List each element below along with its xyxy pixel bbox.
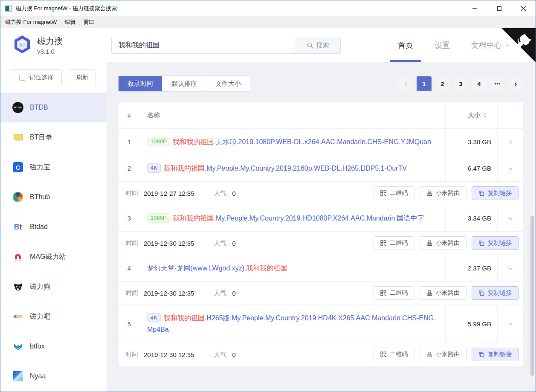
result-detail-row: 时间2019-12-27 12:35人气0二维码小米路由复制链接 [119,181,523,205]
scrollbar-thumb[interactable] [530,216,534,376]
result-title-link[interactable]: 1080P我和我的祖国.My.People.My.Country.2019.HD… [140,205,445,231]
header: 磁力搜 v3.1.0 搜索 首页 设置 文档中心 [0,28,536,62]
column-size[interactable]: 大小 [445,102,497,128]
expand-toggle[interactable] [497,205,523,231]
sidebar-source-bthub[interactable]: BThub [0,182,107,212]
expand-toggle[interactable] [497,155,523,181]
sidebar-source-ciliba[interactable]: 磁力吧磁力吧 [0,302,107,331]
brand: 磁力搜 v3.1.0 [37,35,63,55]
search-button[interactable]: 搜索 [295,37,341,54]
page-more-button[interactable]: ••• [490,76,505,91]
menubar: 磁力搜 For magnetW 编辑 窗口 [0,16,536,28]
column-size-label: 大小 [468,111,481,119]
qrcode-button[interactable]: 二维码 [374,186,414,200]
remember-label: 记住选择 [29,74,53,81]
result-size: 5.99 GB [445,305,497,343]
expand-toggle[interactable] [497,255,523,281]
xiaomi-router-button-label: 小米路由 [436,239,460,247]
result-title-link[interactable]: 4K我和我的祖国.My.People.My.Country.2019.2160p… [140,155,445,181]
row-index: 1 [119,129,140,155]
page-2-button[interactable]: 2 [435,76,450,91]
sort-tab-time[interactable]: 收录时间 [119,76,162,91]
result-title-link[interactable]: 4K我和我的祖国.H265版.My.People.My.Country.2019… [140,305,445,343]
popularity-value: 0 [232,190,235,197]
refresh-label: 刷新 [76,74,88,81]
keyword-highlight: 我和我的祖国 [164,165,205,172]
refresh-button[interactable]: 刷新 [69,69,96,86]
qrcode-button[interactable]: 二维码 [374,286,414,300]
result-detail-row: 时间2019-12-30 12:35人气0二维码小米路由复制链接 [119,281,523,305]
nyaa-icon [12,371,23,382]
qrcode-button-label: 二维码 [390,189,408,197]
minimize-button[interactable] [463,0,487,16]
sort-tabs: 收录时间 默认排序 文件大小 [118,75,250,92]
xiaomi-router-button[interactable]: 小米路由 [420,236,466,250]
page-4-button[interactable]: 4 [472,76,487,91]
menu-edit[interactable]: 编辑 [61,16,79,28]
page-prev-button[interactable]: ‹ [398,76,413,91]
xiaomi-router-button-label: 小米路由 [436,351,460,358]
result-title-link[interactable]: 1080P我和我的祖国.无水印.2019.1080P.WEB-DL.x264.A… [140,129,445,155]
sidebar-source-btmulu[interactable]: BT目录 [0,122,107,152]
popularity-label: 人气 [214,289,226,297]
remember-selection-button[interactable]: 记住选择 [11,69,62,86]
menu-window[interactable]: 窗口 [79,16,98,28]
ciligou-icon [12,281,23,292]
nav-settings[interactable]: 设置 [435,28,450,62]
time-value: 2019-12-30 12:35 [144,240,194,247]
expand-toggle[interactable] [497,129,523,155]
remember-checkbox[interactable] [19,75,25,81]
sidebar-source-ciligou[interactable]: 磁力狗 [0,272,107,302]
sort-tab-size[interactable]: 文件大小 [206,76,250,91]
result-row-2: 24K我和我的祖国.My.People.My.Country.2019.2160… [119,155,523,181]
keyword-highlight: 我和我的祖国 [173,215,214,222]
page-1-button[interactable]: 1 [417,76,432,91]
btfox-icon [12,341,23,352]
title-text: .My.People.My.Country.2019.HD1080P.X264.… [214,215,424,222]
menu-app[interactable]: 磁力搜 For magnetW [1,16,61,28]
mag-icon [12,251,23,262]
result-title-link[interactable]: 梦幻天堂·龙网(www.LWgod.xyz).我和我的祖国 [140,255,445,281]
maximize-button[interactable] [487,0,511,16]
copy-link-button[interactable]: 复制链接 [472,348,519,361]
router-icon [426,290,432,296]
time-label: 时间 [125,239,138,247]
github-corner-icon[interactable] [501,28,536,62]
nav-home[interactable]: 首页 [398,28,413,62]
app-name: 磁力搜 [37,35,63,47]
qrcode-button[interactable]: 二维码 [374,348,414,361]
app-logo-icon [12,35,32,56]
sidebar: 记住选择 刷新 BTDBBTDBBT目录C磁力宝BThubBtBtdadMAG磁… [0,62,107,392]
copy-link-button[interactable]: 复制链接 [472,236,519,250]
result-detail-row: 时间2019-12-30 12:35人气0二维码小米路由复制链接 [119,231,523,255]
chevron-down-icon [507,166,513,171]
qrcode-icon [380,290,386,296]
close-button[interactable] [511,0,536,16]
popularity-label: 人气 [214,189,226,197]
copy-link-button[interactable]: 复制链接 [472,286,519,300]
sidebar-source-mag[interactable]: MAG磁力站 [0,242,107,272]
xiaomi-router-button[interactable]: 小米路由 [420,186,466,200]
qrcode-button-label: 二维码 [390,239,408,247]
cilibao-icon: C [12,162,23,173]
detail-actions: 二维码小米路由复制链接 [374,236,519,250]
page-3-button[interactable]: 3 [453,76,468,91]
copy-link-button[interactable]: 复制链接 [472,186,519,200]
xiaomi-router-button[interactable]: 小米路由 [420,348,466,361]
sidebar-source-cilibao[interactable]: C磁力宝 [0,152,107,182]
sidebar-source-nyaa[interactable]: Nyaa [0,361,107,391]
sort-tab-default[interactable]: 默认排序 [162,76,206,91]
copy-link-button-label: 复制链接 [488,189,512,197]
main-nav: 首页 设置 文档中心 [398,28,510,62]
sidebar-source-btdb[interactable]: BTDBBTDB [0,93,107,122]
sidebar-source-btdad[interactable]: BtBtdad [0,212,107,242]
sidebar-source-btfox[interactable]: btfox [0,331,107,361]
search-input[interactable] [111,37,295,54]
popularity-value: 0 [232,240,235,247]
expand-toggle[interactable] [497,305,523,343]
source-label: 磁力宝 [30,163,50,172]
close-icon [521,6,526,11]
xiaomi-router-button[interactable]: 小米路由 [420,286,466,300]
qrcode-button[interactable]: 二维码 [374,236,414,250]
page-next-button[interactable]: › [508,76,523,91]
